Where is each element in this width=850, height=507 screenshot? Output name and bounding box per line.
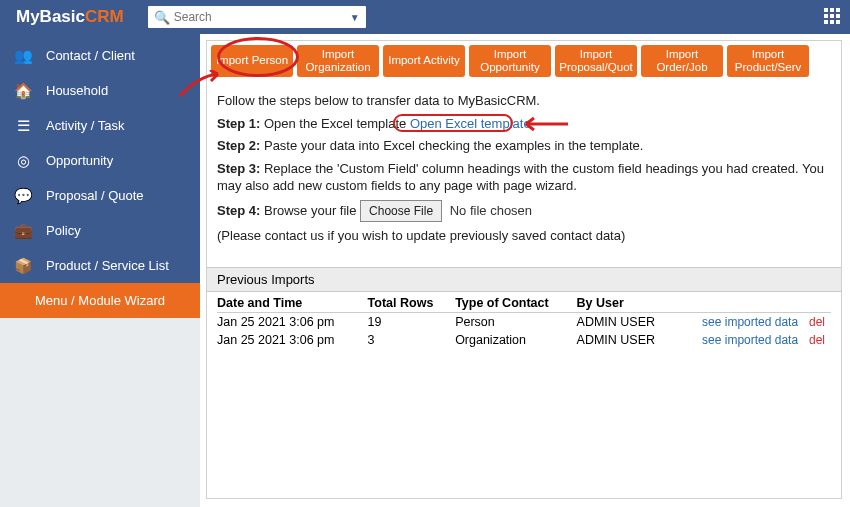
content: Follow the steps below to transfer data … — [207, 81, 841, 259]
sidebar-item-label: Contact / Client — [46, 48, 135, 63]
sidebar-item-household[interactable]: 🏠Household — [0, 73, 200, 108]
previous-imports-table: Date and Time Total Rows Type of Contact… — [217, 292, 831, 349]
cell-date: Jan 25 2021 3:06 pm — [217, 331, 368, 349]
step1-text: Open the Excel template — [260, 116, 410, 131]
th-date: Date and Time — [217, 292, 368, 313]
th-rows: Total Rows — [368, 292, 456, 313]
see-imported-data-link[interactable]: see imported data — [702, 315, 798, 329]
step4-label: Step 4: — [217, 203, 260, 218]
sidebar-item-label: Menu / Module Wizard — [35, 293, 165, 308]
step4-text: Browse your file — [260, 203, 360, 218]
sidebar: 👥Contact / Client🏠Household☰Activity / T… — [0, 34, 200, 507]
sidebar-item-label: Proposal / Quote — [46, 188, 144, 203]
no-file-text: No file chosen — [450, 203, 532, 218]
cell-rows: 19 — [368, 313, 456, 332]
apps-icon[interactable] — [824, 8, 842, 26]
see-imported-data-link[interactable]: see imported data — [702, 333, 798, 347]
step3-text: Replace the 'Custom Field' column headin… — [217, 161, 824, 194]
th-type: Type of Contact — [455, 292, 576, 313]
sidebar-item-label: Activity / Task — [46, 118, 125, 133]
step2-text: Paste your data into Excel checking the … — [260, 138, 643, 153]
cell-rows: 3 — [368, 331, 456, 349]
sidebar-icon: 💬 — [12, 187, 34, 205]
tab-import-person[interactable]: Import Person — [211, 45, 293, 77]
import-tabs: Import PersonImport OrganizationImport A… — [207, 41, 841, 81]
choose-file-button[interactable]: Choose File — [360, 200, 442, 222]
header: MyBasicCRM 🔍 ▼ — [0, 0, 850, 34]
search-box[interactable]: 🔍 ▼ — [148, 6, 366, 28]
search-input[interactable] — [174, 10, 350, 24]
cell-user: ADMIN USER — [577, 313, 680, 332]
delete-link[interactable]: del — [809, 315, 825, 329]
sidebar-item-wizard[interactable]: Menu / Module Wizard — [0, 283, 200, 318]
sidebar-icon: ☰ — [12, 117, 34, 135]
tab-import-product[interactable]: Import Product/Serv — [727, 45, 809, 77]
sidebar-item-product[interactable]: 📦Product / Service List — [0, 248, 200, 283]
table-row: Jan 25 2021 3:06 pm19PersonADMIN USERsee… — [217, 313, 831, 332]
search-icon: 🔍 — [154, 10, 170, 25]
step2-label: Step 2: — [217, 138, 260, 153]
sidebar-icon: 🏠 — [12, 82, 34, 100]
logo[interactable]: MyBasicCRM — [16, 7, 124, 27]
sidebar-item-activity[interactable]: ☰Activity / Task — [0, 108, 200, 143]
sidebar-item-proposal[interactable]: 💬Proposal / Quote — [0, 178, 200, 213]
main-panel: Import PersonImport OrganizationImport A… — [206, 40, 842, 499]
tab-import-org[interactable]: Import Organization — [297, 45, 379, 77]
sidebar-item-policy[interactable]: 💼Policy — [0, 213, 200, 248]
cell-date: Jan 25 2021 3:06 pm — [217, 313, 368, 332]
sidebar-icon: ◎ — [12, 152, 34, 170]
sidebar-icon: 👥 — [12, 47, 34, 65]
table-row: Jan 25 2021 3:06 pm3OrganizationADMIN US… — [217, 331, 831, 349]
sidebar-item-label: Opportunity — [46, 153, 113, 168]
sidebar-icon: 📦 — [12, 257, 34, 275]
sidebar-item-contact[interactable]: 👥Contact / Client — [0, 38, 200, 73]
sidebar-item-label: Household — [46, 83, 108, 98]
open-excel-template-link[interactable]: Open Excel template — [410, 116, 531, 131]
th-user: By User — [577, 292, 680, 313]
chevron-down-icon[interactable]: ▼ — [350, 12, 360, 23]
sidebar-item-label: Product / Service List — [46, 258, 169, 273]
cell-type: Organization — [455, 331, 576, 349]
note-text: (Please contact us if you wish to update… — [217, 227, 831, 245]
step3-label: Step 3: — [217, 161, 260, 176]
cell-user: ADMIN USER — [577, 331, 680, 349]
previous-imports-header: Previous Imports — [207, 267, 841, 292]
intro-text: Follow the steps below to transfer data … — [217, 92, 831, 110]
tab-import-opportunity[interactable]: Import Opportunity — [469, 45, 551, 77]
sidebar-icon: 💼 — [12, 222, 34, 240]
tab-import-order[interactable]: Import Order/Job — [641, 45, 723, 77]
step1-label: Step 1: — [217, 116, 260, 131]
tab-import-activity[interactable]: Import Activity — [383, 45, 465, 77]
sidebar-item-label: Policy — [46, 223, 81, 238]
tab-import-proposal[interactable]: Import Proposal/Quot — [555, 45, 637, 77]
sidebar-item-opportunity[interactable]: ◎Opportunity — [0, 143, 200, 178]
cell-type: Person — [455, 313, 576, 332]
delete-link[interactable]: del — [809, 333, 825, 347]
